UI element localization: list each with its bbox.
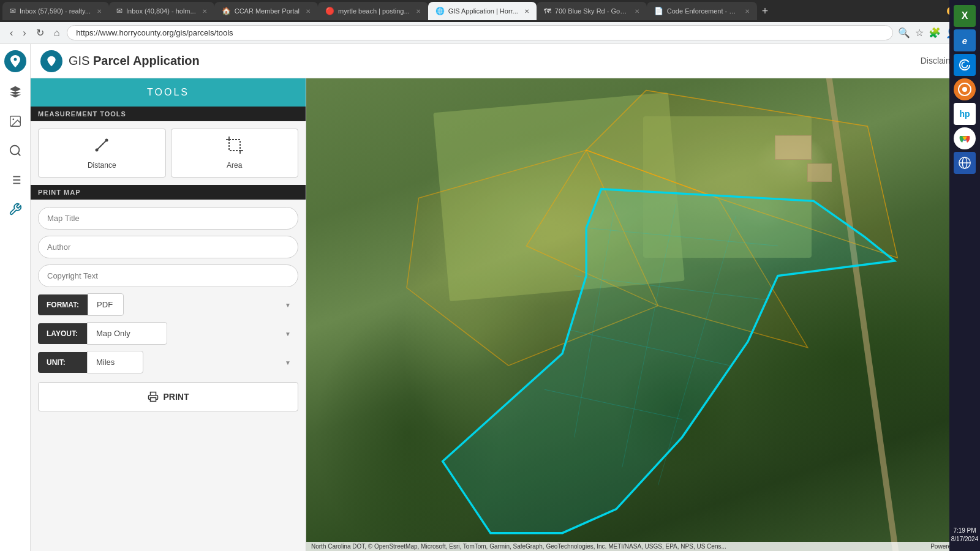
edge-icon xyxy=(958,58,971,72)
ie-tray-icon[interactable]: e xyxy=(954,44,976,51)
tab-1-close[interactable]: ✕ xyxy=(97,8,102,15)
tab-3-close[interactable]: ✕ xyxy=(306,8,311,15)
tray-bottom: 7:19 PM 8/17/2024 xyxy=(951,527,979,546)
app-title: GIS Parcel Application xyxy=(69,54,200,68)
target-icon xyxy=(957,82,972,97)
map-attribution: North Carolina DOT, © OpenStreetMap, Mic… xyxy=(306,542,980,551)
tab-2[interactable]: ✉ Inbox (40,804) - holm... ✕ xyxy=(109,2,214,20)
tab-7-label: Code Enforcement - H... xyxy=(667,7,739,15)
print-button-label: PRINT xyxy=(164,392,189,402)
print-button[interactable]: PRINT xyxy=(38,382,298,411)
measurement-section-label: MEASUREMENT TOOLS xyxy=(31,107,306,121)
tab-7[interactable]: 📄 Code Enforcement - H... ✕ xyxy=(647,2,757,20)
hp-tray-icon[interactable]: hp xyxy=(954,103,976,125)
list-nav-icon[interactable] xyxy=(6,170,25,190)
forward-button[interactable]: › xyxy=(20,25,28,41)
unit-row: UNIT: Miles Kilometers Feet Meters xyxy=(38,351,298,373)
search-nav-icon[interactable] xyxy=(6,141,25,160)
tab-5[interactable]: 🌐 GIS Application | Horr... ✕ xyxy=(428,2,537,20)
zoom-icon: 🔍 xyxy=(898,27,910,39)
layout-row: LAYOUT: Map Only Letter Landscape Letter… xyxy=(38,322,298,345)
refresh-button[interactable]: ↻ xyxy=(34,24,47,41)
tab-2-label: Inbox (40,804) - holm... xyxy=(126,7,196,15)
map-area[interactable]: + − North Carolina DOT, © OpenStreetMap,… xyxy=(306,78,980,551)
extensions-icon[interactable]: 🧩 xyxy=(929,27,941,39)
home-button[interactable]: ⌂ xyxy=(51,25,62,41)
distance-button[interactable]: Distance xyxy=(38,129,166,178)
gis-body: TOOLS MEASUREMENT TOOLS xyxy=(31,78,980,551)
tab-2-close[interactable]: ✕ xyxy=(202,8,207,15)
area-label: Area xyxy=(227,161,242,170)
layers-nav-icon[interactable] xyxy=(6,82,25,102)
print-form: FORMAT: PDF PNG JPG LAYOUT: xyxy=(31,200,306,419)
tab-1-label: Inbox (57,590) - realty... xyxy=(20,7,91,15)
back-button[interactable]: ‹ xyxy=(7,25,15,41)
chrome-circle-icon xyxy=(957,131,972,146)
area-button[interactable]: Area xyxy=(171,129,299,178)
format-select-wrapper: PDF PNG JPG xyxy=(88,293,298,316)
globe-tray-icon[interactable] xyxy=(954,152,976,174)
author-input[interactable] xyxy=(38,236,298,258)
target-tray-icon[interactable] xyxy=(954,78,976,100)
layout-select-wrapper: Map Only Letter Landscape Letter Portrai… xyxy=(87,322,298,345)
tools-nav-icon[interactable] xyxy=(6,200,25,219)
tab-5-close[interactable]: ✕ xyxy=(524,8,529,15)
app-title-bold: Parcel Application xyxy=(93,54,200,67)
address-bar: ‹ › ↻ ⌂ 🔍 ☆ 🧩 👤 ⋮ xyxy=(0,22,980,44)
tab-5-label: GIS Application | Horr... xyxy=(448,7,518,15)
tab-7-close[interactable]: ✕ xyxy=(745,8,750,15)
app-nav-sidebar xyxy=(0,44,31,551)
tab-6-close[interactable]: ✕ xyxy=(635,8,639,15)
tools-header: TOOLS xyxy=(31,78,306,107)
map-title-input[interactable] xyxy=(38,207,298,230)
svg-line-3 xyxy=(18,153,20,156)
tools-panel: TOOLS MEASUREMENT TOOLS xyxy=(31,78,306,551)
gis-logo xyxy=(40,50,62,72)
tab-2-favicon: ✉ xyxy=(116,7,123,15)
tab-4-close[interactable]: ✕ xyxy=(416,8,421,15)
svg-point-11 xyxy=(96,149,99,152)
tab-3[interactable]: 🏠 CCAR Member Portal ✕ xyxy=(214,2,318,20)
unit-select[interactable]: Miles Kilometers Feet Meters xyxy=(87,351,143,373)
svg-point-12 xyxy=(105,139,108,142)
tab-6-favicon: 🗺 xyxy=(544,7,551,15)
svg-rect-19 xyxy=(150,398,156,402)
tab-7-favicon: 📄 xyxy=(654,7,663,15)
copyright-input[interactable] xyxy=(38,264,298,287)
edge-tray-icon[interactable] xyxy=(954,54,976,76)
image-nav-icon[interactable] xyxy=(6,111,25,131)
new-tab-button[interactable]: + xyxy=(757,5,774,18)
url-input[interactable] xyxy=(67,25,893,40)
globe-icon xyxy=(958,156,971,170)
tab-1[interactable]: ✉ Inbox (57,590) - realty... ✕ xyxy=(2,2,109,20)
svg-point-21 xyxy=(962,87,967,92)
svg-point-2 xyxy=(10,146,19,155)
svg-point-1 xyxy=(12,118,14,120)
unit-label: UNIT: xyxy=(38,352,87,373)
time-display: 7:19 PM xyxy=(951,527,979,535)
measurement-tools: Distance xyxy=(31,121,306,185)
layout-select[interactable]: Map Only Letter Landscape Letter Portrai… xyxy=(87,322,167,345)
windows-taskbar: X e hp xyxy=(949,44,980,551)
tab-6-label: 700 Blue Sky Rd - Goo... xyxy=(555,7,628,15)
format-label: FORMAT: xyxy=(38,294,88,315)
format-row: FORMAT: PDF PNG JPG xyxy=(38,293,298,316)
attribution-text: North Carolina DOT, © OpenStreetMap, Mic… xyxy=(311,543,726,550)
browser-chrome: ✉ Inbox (57,590) - realty... ✕ ✉ Inbox (… xyxy=(0,0,980,44)
tab-3-favicon: 🏠 xyxy=(222,7,231,15)
layout-label: LAYOUT: xyxy=(38,323,87,344)
parcel-polygon-svg xyxy=(306,78,980,551)
gis-wrapper: GIS Parcel Application Disclaimer TOOLS … xyxy=(31,44,980,551)
bookmark-icon[interactable]: ☆ xyxy=(915,27,924,39)
gis-header: GIS Parcel Application Disclaimer xyxy=(31,44,980,78)
tab-6[interactable]: 🗺 700 Blue Sky Rd - Goo... ✕ xyxy=(537,2,647,20)
chrome-tray-icon[interactable] xyxy=(954,127,976,149)
tab-4[interactable]: 🔴 myrtle beach | posting... ✕ xyxy=(318,2,428,20)
date-display: 8/17/2024 xyxy=(951,535,979,544)
tab-3-label: CCAR Member Portal xyxy=(235,7,300,15)
app-title-text: GIS xyxy=(69,54,93,67)
distance-label: Distance xyxy=(88,161,116,170)
tab-1-favicon: ✉ xyxy=(10,7,16,15)
tray-time: 7:19 PM 8/17/2024 xyxy=(951,527,979,544)
format-select[interactable]: PDF PNG JPG xyxy=(88,293,124,316)
